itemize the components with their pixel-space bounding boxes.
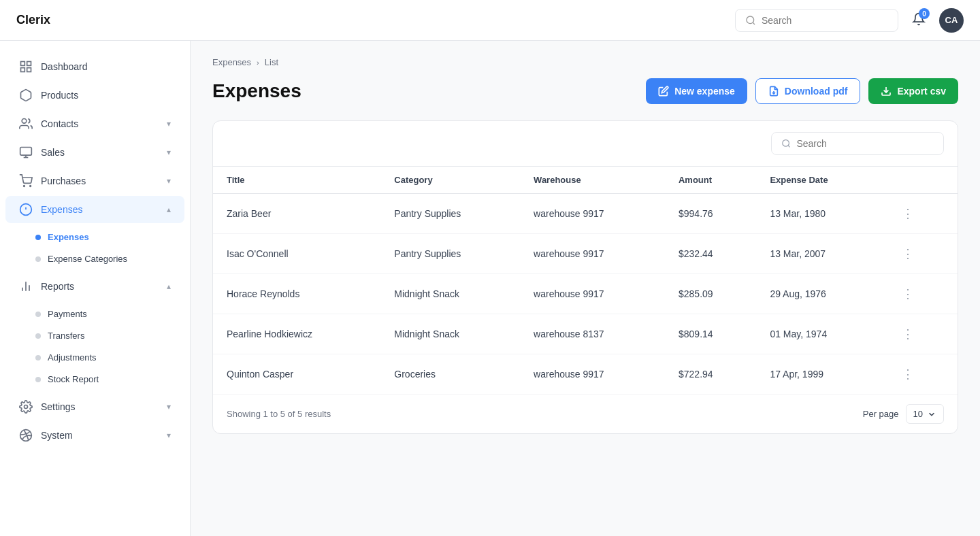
- reports-submenu: Payments Transfers Adjustments Stock Rep…: [0, 301, 190, 392]
- sidebar-item-contacts[interactable]: Contacts ▾: [5, 110, 184, 137]
- cell-title: Isac O'Connell: [213, 234, 380, 274]
- contacts-icon: [19, 117, 33, 131]
- svg-point-11: [30, 186, 31, 187]
- cell-warehouse: warehouse 9917: [520, 354, 665, 395]
- row-more-button[interactable]: ⋮: [896, 324, 919, 344]
- cell-date: 13 Mar, 1980: [756, 194, 883, 234]
- main-content: Expenses › List Expenses New expense Dow…: [191, 41, 980, 536]
- page-actions: New expense Download pdf Export csv: [646, 78, 958, 104]
- cell-more: ⋮: [883, 314, 958, 354]
- download-pdf-button[interactable]: Download pdf: [755, 78, 861, 104]
- row-more-button[interactable]: ⋮: [896, 203, 919, 224]
- sidebar-item-expenses-label: Expenses: [41, 204, 82, 215]
- col-expense-date: Expense Date: [756, 167, 883, 194]
- svg-point-10: [24, 186, 25, 187]
- per-page-select[interactable]: 10: [906, 404, 944, 424]
- search-icon: [745, 15, 756, 26]
- global-search-bar[interactable]: [735, 9, 898, 32]
- col-category: Category: [380, 167, 520, 194]
- per-page-label: Per page: [863, 409, 899, 419]
- cell-category: Midnight Snack: [380, 274, 520, 314]
- payments-label: Payments: [48, 309, 87, 319]
- sidebar-subitem-expenses-list[interactable]: Expenses: [5, 227, 184, 248]
- cell-title: Quinton Casper: [213, 354, 380, 395]
- download-pdf-icon: [768, 86, 779, 97]
- adjustments-label: Adjustments: [48, 352, 97, 363]
- sidebar: Dashboard Products Contacts ▾: [0, 41, 191, 536]
- col-actions: [883, 167, 958, 194]
- cell-category: Groceries: [380, 354, 520, 395]
- cell-more: ⋮: [883, 274, 958, 314]
- products-icon: [19, 88, 33, 102]
- stock-report-dot: [35, 377, 41, 382]
- sidebar-item-reports[interactable]: Reports ▴: [5, 273, 184, 300]
- per-page-chevron-icon: [927, 409, 936, 419]
- table-search-input[interactable]: [796, 138, 934, 149]
- expenses-chevron-icon: ▴: [167, 205, 171, 214]
- showing-text: Showing 1 to 5 of 5 results: [227, 409, 331, 419]
- cell-warehouse: warehouse 8137: [520, 314, 665, 354]
- sidebar-subitem-adjustments[interactable]: Adjustments: [5, 347, 184, 368]
- sidebar-item-expenses[interactable]: Expenses ▴: [5, 196, 184, 223]
- pencil-icon: [658, 86, 669, 97]
- row-more-button[interactable]: ⋮: [896, 364, 919, 384]
- sidebar-subitem-expense-categories[interactable]: Expense Categories: [5, 248, 184, 269]
- reports-chevron-icon: ▴: [167, 282, 171, 291]
- global-search-input[interactable]: [762, 15, 888, 26]
- purchases-chevron-icon: ▾: [167, 176, 171, 186]
- payments-dot: [35, 312, 41, 317]
- row-more-button[interactable]: ⋮: [896, 284, 919, 304]
- notification-button[interactable]: 0: [909, 10, 928, 31]
- stock-report-label: Stock Report: [48, 374, 99, 384]
- cell-more: ⋮: [883, 234, 958, 274]
- header-right: 0 CA: [735, 8, 964, 33]
- svg-point-6: [22, 119, 27, 124]
- col-amount: Amount: [665, 167, 756, 194]
- sidebar-subitem-transfers[interactable]: Transfers: [5, 325, 184, 346]
- cell-more: ⋮: [883, 354, 958, 395]
- expenses-submenu: Expenses Expense Categories: [0, 224, 190, 271]
- cell-amount: $285.09: [665, 274, 756, 314]
- table-toolbar: [213, 121, 958, 166]
- page-title: Expenses: [212, 80, 301, 102]
- svg-point-0: [747, 16, 754, 24]
- table-row: Isac O'Connell Pantry Supplies warehouse…: [213, 234, 958, 274]
- breadcrumb-current: List: [265, 57, 278, 67]
- svg-rect-4: [27, 68, 31, 72]
- sidebar-item-system[interactable]: System ▾: [5, 422, 184, 449]
- sidebar-subitem-payments[interactable]: Payments: [5, 303, 184, 324]
- new-expense-label: New expense: [674, 86, 735, 97]
- expenses-icon: [19, 203, 33, 216]
- sidebar-subitem-stock-report[interactable]: Stock Report: [5, 369, 184, 390]
- table-footer: Showing 1 to 5 of 5 results Per page 10: [213, 394, 958, 433]
- sidebar-item-sales-label: Sales: [41, 147, 65, 158]
- sidebar-item-sales[interactable]: Sales ▾: [5, 139, 184, 166]
- export-csv-button[interactable]: Export csv: [868, 78, 958, 104]
- avatar[interactable]: CA: [939, 8, 964, 33]
- expenses-list-label: Expenses: [48, 232, 89, 242]
- breadcrumb-parent[interactable]: Expenses: [212, 57, 251, 67]
- col-warehouse: Warehouse: [520, 167, 665, 194]
- expenses-list-dot: [35, 235, 41, 240]
- table-search-bar[interactable]: [771, 132, 944, 155]
- table-search-icon: [781, 138, 791, 149]
- table-header-row: Title Category Warehouse Amount Expense …: [213, 167, 958, 194]
- table-row: Zaria Beer Pantry Supplies warehouse 991…: [213, 194, 958, 234]
- cell-amount: $994.76: [665, 194, 756, 234]
- sales-chevron-icon: ▾: [167, 148, 171, 157]
- notification-badge: 0: [919, 8, 930, 19]
- sidebar-item-purchases[interactable]: Purchases ▾: [5, 167, 184, 195]
- cell-category: Pantry Supplies: [380, 194, 520, 234]
- new-expense-button[interactable]: New expense: [646, 78, 747, 104]
- cell-amount: $232.44: [665, 234, 756, 274]
- breadcrumb-chevron-icon: ›: [257, 58, 259, 67]
- row-more-button[interactable]: ⋮: [896, 244, 919, 264]
- purchases-icon: [19, 174, 33, 188]
- sidebar-item-products[interactable]: Products: [5, 82, 184, 109]
- cell-title: Horace Reynolds: [213, 274, 380, 314]
- cell-amount: $722.94: [665, 354, 756, 395]
- cell-date: 17 Apr, 1999: [756, 354, 883, 395]
- sidebar-item-settings[interactable]: Settings ▾: [5, 393, 184, 420]
- sidebar-item-dashboard[interactable]: Dashboard: [5, 53, 184, 80]
- transfers-dot: [35, 333, 41, 339]
